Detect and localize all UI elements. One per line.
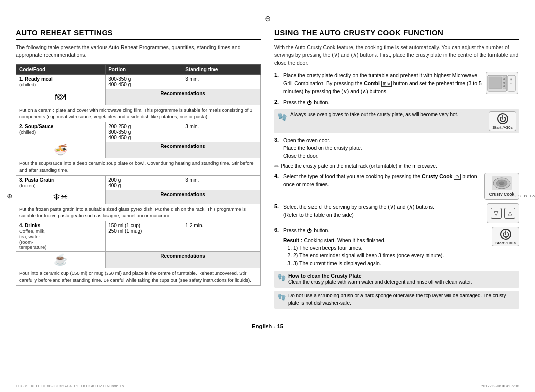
crusty-icon bbox=[492, 176, 512, 190]
right-section-title: USING THE AUTO CRUSTY COOK FUNCTION bbox=[274, 28, 519, 40]
step-5-num: 5. bbox=[274, 203, 281, 209]
warning-note: 🧤 Do not use a scrubbing brush or a hard… bbox=[274, 291, 519, 309]
food-name-4: 4. Drinks Coffee, milk, tea, water (room… bbox=[16, 221, 106, 252]
rec-text-1: Put on a ceramic plate and cover with mi… bbox=[16, 105, 261, 122]
food-name-3: 3. Pasta Gratin (frozen) bbox=[16, 175, 106, 190]
left-column: AUTO REHEAT SETTINGS The following table… bbox=[16, 28, 261, 312]
portion-4: 150 ml (1 cup) 250 ml (1 mug) bbox=[106, 221, 182, 252]
rec-text-3: Put the frozen pasta gratin into a suita… bbox=[16, 204, 261, 221]
result-label: Result : bbox=[283, 237, 304, 243]
page: ⊕ 04 OVEN USE ⊕ AUTO REHEAT SETTINGS The… bbox=[0, 0, 535, 392]
rec-row-4: Pour into a ceramic cup (150 ml) or mug … bbox=[16, 268, 261, 286]
rec-row-3: Put the frozen pasta gratin into a suita… bbox=[16, 204, 261, 221]
svg-rect-1 bbox=[489, 77, 502, 89]
col-header-portion: Portion bbox=[106, 64, 182, 74]
top-compass-symbol: ⊕ bbox=[16, 14, 519, 23]
svg-point-5 bbox=[503, 85, 505, 87]
step-3-num: 3. bbox=[274, 137, 281, 143]
clean-note: 🧤 How to clean the Crusty Plate Clean th… bbox=[274, 271, 519, 288]
rec-header-2: Recommendations bbox=[106, 142, 261, 158]
rec-row-1: Put on a ceramic plate and cover with mi… bbox=[16, 105, 261, 122]
standing-2: 3 min. bbox=[182, 122, 261, 142]
food-icon-row: ❄✳ Recommendations bbox=[16, 190, 261, 204]
left-intro-text: The following table presents the various… bbox=[16, 44, 261, 59]
table-row: 2. Soup/Sauce (chilled) 200-250 g 300-35… bbox=[16, 122, 261, 142]
start-circle: ⏻ bbox=[497, 113, 508, 124]
date-info: 2017-12-06 ■ 4:36:38 bbox=[481, 384, 519, 388]
start-label-1: Start /+30s bbox=[492, 125, 513, 130]
down-arrow-btn: ▽ bbox=[491, 208, 502, 219]
rec-row-2: Pour the soup/sauce into a deep ceramic … bbox=[16, 158, 261, 176]
result-text: Cooking start. When it has finished. bbox=[304, 237, 385, 243]
side-label: 04 OVEN USE bbox=[508, 194, 535, 198]
step-1-text: Place the crusty plate directly on the t… bbox=[283, 72, 482, 95]
footer-text: English - 15 bbox=[16, 320, 519, 329]
food-icon-2: 🍜 bbox=[16, 142, 106, 158]
note-pencil-icon: ✏ bbox=[274, 163, 279, 170]
standing-4: 1-2 min. bbox=[182, 221, 261, 252]
rec-text-2: Pour the soup/sauce into a deep ceramic … bbox=[16, 158, 261, 176]
reheat-table: Code/Food Portion Standing time 1. Ready… bbox=[16, 64, 261, 286]
right-intro-text: With the Auto Crusty Cook feature, the c… bbox=[274, 44, 519, 67]
standing-1: 3 min. bbox=[182, 74, 261, 89]
result-list: The oven beeps four times. The end remin… bbox=[283, 245, 489, 268]
warning-note-text: Do not use a scrubbing brush or a hard s… bbox=[288, 293, 516, 307]
right-column: USING THE AUTO CRUSTY COOK FUNCTION With… bbox=[274, 28, 519, 312]
clean-note-icon: 🧤 bbox=[277, 273, 286, 281]
rec-header-4: Recommendations bbox=[106, 252, 261, 268]
table-row: 1. Ready meal (chilled) 300-350 g 400-45… bbox=[16, 74, 261, 89]
step-4-text: Select the type of food that you are coo… bbox=[283, 173, 482, 189]
result-block: Result : Cooking start. When it has fini… bbox=[283, 237, 489, 268]
step-1-num: 1. bbox=[274, 72, 281, 78]
gloves-note: 🧤 Always use oven gloves to take out the… bbox=[274, 109, 519, 133]
svg-point-4 bbox=[503, 82, 505, 84]
step-2-num: 2. bbox=[274, 99, 281, 105]
food-icon-1: 🍽 bbox=[16, 89, 106, 105]
food-name-2: 2. Soup/Sauce (chilled) bbox=[16, 122, 106, 142]
food-icon-row: ☕ Recommendations bbox=[16, 252, 261, 268]
gloves-note-text: Always use oven gloves to take out the c… bbox=[290, 112, 458, 117]
step-3-text: Open the oven door. Place the food on th… bbox=[283, 137, 519, 160]
result-item-1: The oven beeps four times. bbox=[293, 245, 489, 252]
step-6-text: Press the ⏻ button. bbox=[283, 227, 489, 235]
microwave-image: ⊞ ω bbox=[486, 72, 518, 94]
result-item-3: The current time is displayed again. bbox=[293, 260, 489, 268]
svg-point-11 bbox=[499, 182, 504, 185]
rec-header-3: Recommendations bbox=[106, 190, 261, 204]
portion-1: 300-350 g 400-450 g bbox=[106, 74, 182, 89]
col-header-code: Code/Food bbox=[16, 64, 106, 74]
left-section-title: AUTO REHEAT SETTINGS bbox=[16, 28, 261, 40]
food-icon-row: 🍜 Recommendations bbox=[16, 142, 261, 158]
note-icon-gloves: 🧤 bbox=[277, 112, 287, 121]
step-4-num: 4. bbox=[274, 173, 281, 179]
metal-rack-note: ✏ Place the crusty plate on the metal ra… bbox=[274, 163, 519, 170]
arrow-buttons-image: ▽ △ bbox=[487, 203, 519, 223]
step-5-text: Select the size of the serving by pressi… bbox=[283, 203, 484, 219]
start-circle-2: ⏻ bbox=[500, 229, 511, 240]
start-button-image-1: ⏻ Start /+30s bbox=[489, 111, 516, 131]
portion-3: 200 g 400 g bbox=[106, 175, 182, 190]
rec-text-4: Pour into a ceramic cup (150 ml) or mug … bbox=[16, 268, 261, 286]
food-icon-3: ❄✳ bbox=[16, 190, 106, 204]
result-item-2: The end reminder signal will beep 3 time… bbox=[293, 252, 489, 260]
warning-note-icon: 🧤 bbox=[277, 293, 286, 301]
rec-header-1: Recommendations bbox=[106, 89, 261, 105]
portion-2: 200-250 g 300-350 g 400-450 g bbox=[106, 122, 182, 142]
food-name-1: 1. Ready meal (chilled) bbox=[16, 74, 106, 89]
food-icon-row: 🍽 Recommendations bbox=[16, 89, 261, 105]
step-2-text: Press the ⏻ button. bbox=[283, 99, 519, 107]
svg-point-3 bbox=[503, 78, 505, 80]
start-button-image-2: ⏻ Start /+30s bbox=[492, 227, 519, 246]
col-header-standing: Standing time bbox=[182, 64, 261, 74]
svg-text:⊞: ⊞ bbox=[510, 78, 512, 81]
left-compass-symbol: ⊕ bbox=[7, 192, 13, 200]
clean-note-content: How to clean the Crusty Plate Clean the … bbox=[288, 273, 472, 286]
step-6-num: 6. bbox=[274, 227, 281, 233]
standing-3: 3 min. bbox=[182, 175, 261, 190]
file-info: FG88S_XEO_DE68-03132S-04_PL+HU+SK+CZ+EN.… bbox=[16, 384, 124, 388]
start-label-2: Start /+30s bbox=[495, 241, 516, 245]
up-arrow-btn: △ bbox=[504, 208, 515, 219]
table-row: 4. Drinks Coffee, milk, tea, water (room… bbox=[16, 221, 261, 252]
svg-text:ω: ω bbox=[510, 82, 512, 85]
food-icon-4: ☕ bbox=[16, 252, 106, 268]
